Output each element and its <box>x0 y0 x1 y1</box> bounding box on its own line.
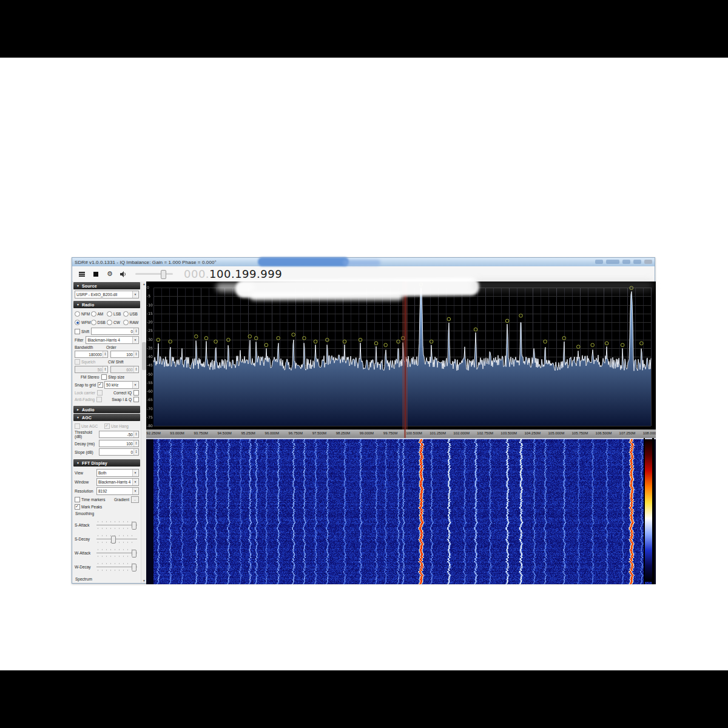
radio-button[interactable] <box>75 311 80 317</box>
frequency-value: 100.199.999 <box>209 268 282 280</box>
freq-tick-label: 101.250M <box>430 431 446 435</box>
swap-iq-checkbox[interactable] <box>133 397 139 402</box>
panel-header-audio[interactable]: ► Audio <box>73 406 140 413</box>
radio-button[interactable] <box>91 311 96 317</box>
panel-header-agc[interactable]: ▼ AGC <box>73 414 140 421</box>
waterfall-display[interactable] <box>146 438 656 584</box>
mode-wfm[interactable]: WFM <box>75 320 91 325</box>
radio-button[interactable] <box>123 311 129 317</box>
panel-header-radio[interactable]: ▼ Radio <box>73 301 140 308</box>
spinner-icon[interactable]: ▲▼ <box>133 351 138 357</box>
s-decay-slider[interactable] <box>96 535 137 543</box>
panel-header-fft-display[interactable]: ▼ FFT Display <box>73 459 140 467</box>
freq-tick-label: 102.750M <box>477 431 493 435</box>
radio-button[interactable] <box>107 320 112 325</box>
gradient-button[interactable]: .. <box>131 496 139 503</box>
collapse-arrow-icon: ▼ <box>76 461 79 465</box>
fft-resolution-dropdown[interactable]: 8192 ▼ <box>96 487 139 495</box>
shift-checkbox[interactable] <box>75 329 80 334</box>
window-button[interactable] <box>595 260 603 264</box>
step-size-dropdown[interactable]: 50 kHz ▼ <box>104 381 139 389</box>
lock-carrier-checkbox <box>97 390 103 396</box>
maximize-button[interactable] <box>633 260 641 264</box>
frequency-leading-zeros: 000. <box>184 268 209 280</box>
chevron-down-icon: ▼ <box>132 291 138 298</box>
fft-window-dropdown[interactable]: Blackman-Harris 4 ▼ <box>96 478 139 486</box>
spinner-icon[interactable]: ▲▼ <box>133 449 138 455</box>
collapse-arrow-icon: ▼ <box>76 284 79 288</box>
title-bar[interactable]: SDR# v1.0.0.1331 - IQ Imbalance: Gain = … <box>72 258 655 267</box>
squelch-checkbox[interactable] <box>75 359 80 365</box>
menu-icon[interactable] <box>78 270 86 278</box>
mode-usb[interactable]: USB <box>123 311 140 317</box>
freq-tick-label: 99.750M <box>383 431 397 435</box>
radio-button[interactable] <box>107 311 112 317</box>
radio-button[interactable] <box>123 320 129 325</box>
freq-tick-label: 94.500M <box>217 431 231 435</box>
agc-slope-field[interactable]: 0 ▲▼ <box>99 448 139 456</box>
chevron-down-icon: ▼ <box>132 470 138 476</box>
frequency-display[interactable]: 000.100.199.999 <box>184 268 282 280</box>
mode-lsb[interactable]: LSB <box>107 311 123 317</box>
toolbar: ⚙ 000.100.199.999 <box>72 266 655 282</box>
radio-button[interactable] <box>91 320 96 325</box>
window-controls[interactable] <box>595 260 652 264</box>
cw-shift-field: 600 ▲▼ <box>110 366 139 373</box>
freq-tick-label: 103.500M <box>500 431 517 435</box>
stop-icon[interactable] <box>92 270 100 278</box>
mode-raw[interactable]: RAW <box>123 320 140 325</box>
chevron-down-icon: ▼ <box>132 382 138 388</box>
spectrum-plot[interactable] <box>146 281 656 430</box>
anti-fading-checkbox <box>96 397 102 402</box>
scrollbar-thumb[interactable] <box>142 342 146 370</box>
volume-slider[interactable] <box>135 273 173 275</box>
spinner-icon[interactable]: ▲▼ <box>133 328 138 334</box>
mark-peaks-checkbox[interactable] <box>75 504 80 510</box>
shift-field[interactable]: 0 ▲▼ <box>91 328 139 335</box>
minimize-button[interactable] <box>622 260 630 264</box>
frequency-scale[interactable]: 92.250M93.000M93.750M94.500M95.250M96.00… <box>146 430 656 438</box>
freq-tick-label: 93.000M <box>170 431 184 435</box>
agc-threshold-field[interactable]: -50 ▲▼ <box>99 431 139 438</box>
time-markers-checkbox[interactable] <box>75 497 80 502</box>
radio-button-selected[interactable] <box>75 320 80 325</box>
freq-tick-label: 105.750M <box>572 431 588 435</box>
gear-icon[interactable]: ⚙ <box>106 270 114 278</box>
window-button[interactable] <box>606 260 619 264</box>
spinner-icon[interactable]: ▲▼ <box>133 431 138 437</box>
s-attack-slider[interactable] <box>96 521 137 529</box>
fft-view-dropdown[interactable]: Both ▼ <box>96 469 139 477</box>
mode-am[interactable]: AM <box>91 311 107 317</box>
freq-tick-label: 98.250M <box>336 431 350 435</box>
snap-to-grid-checkbox[interactable] <box>98 382 103 388</box>
fm-stereo-checkbox[interactable] <box>101 374 107 380</box>
freq-tick-label: 95.250M <box>241 431 255 435</box>
spinner-icon[interactable]: ▲▼ <box>103 351 107 357</box>
chevron-down-icon: ▼ <box>132 479 138 485</box>
correct-iq-checkbox[interactable] <box>133 390 139 396</box>
mode-dsb[interactable]: DSB <box>91 320 107 325</box>
w-attack-slider[interactable] <box>96 549 137 557</box>
agc-decay-field[interactable]: 100 ▲▼ <box>99 440 139 447</box>
spinner-icon[interactable]: ▲▼ <box>133 440 138 447</box>
chevron-down-icon: ▼ <box>132 488 138 494</box>
mode-cw[interactable]: CW <box>107 320 123 325</box>
freq-tick-label: 96.750M <box>289 431 303 435</box>
panel-header-source[interactable]: ▼ Source <box>73 282 140 289</box>
squelch-field: 50 ▲▼ <box>75 366 108 373</box>
spinner-icon: ▲▼ <box>103 366 107 372</box>
close-button[interactable] <box>644 260 652 264</box>
filter-dropdown[interactable]: Blackman-Harris 4 ▼ <box>86 336 139 344</box>
freq-tick-label: 99.000M <box>360 431 374 435</box>
bandwidth-field[interactable]: 180000 ▲▼ <box>75 351 108 358</box>
w-decay-slider[interactable] <box>96 563 137 571</box>
source-device-value: USRP - ExtIO_B200.dll <box>76 292 117 297</box>
volume-slider-thumb[interactable] <box>161 270 166 279</box>
source-device-dropdown[interactable]: USRP - ExtIO_B200.dll ▼ <box>75 291 139 298</box>
chevron-down-icon: ▼ <box>132 337 138 343</box>
freq-tick-label: 107.250M <box>619 431 636 435</box>
order-field[interactable]: 100 ▲▼ <box>110 351 139 358</box>
mode-nfm[interactable]: NFM <box>75 311 91 317</box>
speaker-icon[interactable] <box>120 270 128 278</box>
collapse-arrow-icon: ▼ <box>76 303 79 306</box>
